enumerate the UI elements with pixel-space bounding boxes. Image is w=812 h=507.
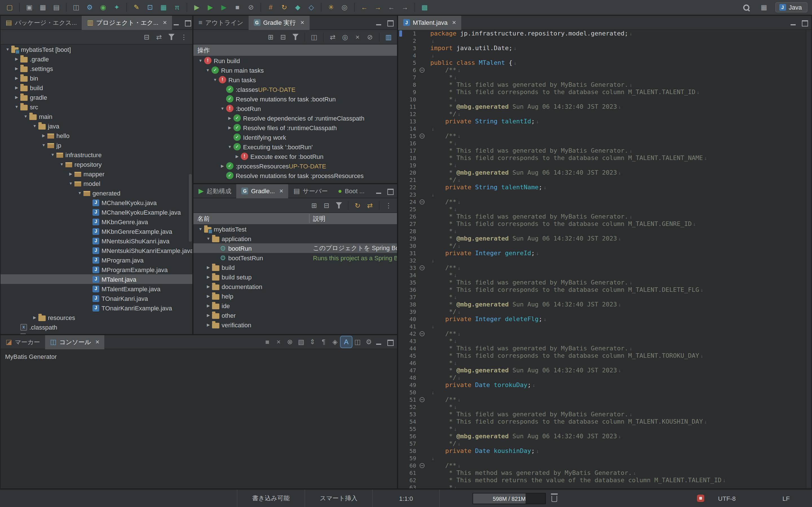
chevron-right-icon[interactable]: ▶ bbox=[205, 313, 212, 318]
new-server-icon[interactable]: ✦ bbox=[110, 1, 123, 13]
chevron-right-icon[interactable]: ▶ bbox=[226, 125, 234, 130]
chevron-down-icon[interactable]: ▼ bbox=[219, 107, 226, 110]
tab-gradle-executions[interactable]: GGradle 実行× bbox=[248, 15, 309, 30]
task-row-boottestrun[interactable]: ⚙bootTestRunRuns this project as a Sprin… bbox=[193, 253, 397, 263]
chevron-down-icon[interactable]: ▼ bbox=[40, 143, 47, 147]
task-row-build[interactable]: ▶build bbox=[193, 263, 397, 272]
perspective-java-button[interactable]: J Java bbox=[775, 2, 808, 12]
show-console-icon[interactable]: ◫ bbox=[308, 31, 320, 43]
minimize-icon[interactable] bbox=[172, 18, 181, 27]
close-icon[interactable]: × bbox=[163, 18, 167, 26]
remove-all-terminated-icon[interactable]: ⊗ bbox=[284, 336, 296, 348]
tab-servers[interactable]: ▤サーバー bbox=[289, 184, 333, 198]
exec-item-run-tasks[interactable]: ▼!Run tasks bbox=[193, 75, 397, 84]
collapse-all-icon[interactable]: ⊟ bbox=[277, 31, 289, 43]
tree-item-gradle[interactable]: ▶gradle bbox=[1, 93, 192, 102]
tree-item-build[interactable]: ▶build bbox=[1, 83, 192, 93]
tree-item-mtalent-java[interactable]: JMTalent.java bbox=[1, 274, 192, 284]
profile-icon[interactable]: ▶ bbox=[218, 1, 230, 13]
tree-item-generated[interactable]: ▼generated bbox=[1, 188, 192, 198]
chevron-down-icon[interactable]: ▼ bbox=[226, 145, 234, 149]
chevron-right-icon[interactable]: ▶ bbox=[40, 133, 47, 138]
chevron-down-icon[interactable]: ▼ bbox=[13, 105, 20, 109]
back-icon[interactable]: ← bbox=[358, 1, 370, 13]
new-class-icon[interactable]: ◆ bbox=[292, 1, 304, 13]
tree-item-classpath[interactable]: x.classpath bbox=[1, 322, 192, 332]
tree-item-resources[interactable]: ▶resources bbox=[1, 313, 192, 322]
exec-item-identifying-work[interactable]: ✓Identifying work bbox=[193, 132, 397, 142]
collapse-all-icon[interactable]: ⊟ bbox=[141, 31, 152, 43]
clear-console-icon[interactable]: ▧ bbox=[296, 336, 307, 348]
exec-item-execute-exec-for-bootrun[interactable]: ▶!Execute exec for :bootRun bbox=[193, 152, 397, 161]
forward-icon[interactable]: → bbox=[371, 1, 384, 13]
scroll-lock-icon[interactable]: ⇕ bbox=[307, 336, 318, 348]
chevron-down-icon[interactable]: ▼ bbox=[204, 68, 211, 72]
expand-all-icon[interactable]: ⊞ bbox=[308, 200, 320, 211]
open-perspective-icon[interactable]: ▦ bbox=[758, 1, 770, 13]
tree-item-infrastructure[interactable]: ▼infrastructure bbox=[1, 150, 192, 159]
fold-gutter[interactable] bbox=[418, 30, 426, 489]
filters-icon[interactable] bbox=[290, 31, 301, 43]
tab-boot-dashboard[interactable]: ●Boot ... bbox=[333, 184, 370, 198]
tree-item-tonairkanri-java[interactable]: JTOnairKanri.java bbox=[1, 293, 192, 303]
chevron-down-icon[interactable]: ▼ bbox=[58, 162, 65, 166]
task-row-ide[interactable]: ▶ide bbox=[193, 301, 397, 311]
locate-task-icon[interactable]: ◎ bbox=[340, 31, 351, 43]
chevron-right-icon[interactable]: ▶ bbox=[205, 275, 212, 279]
chevron-down-icon[interactable]: ▼ bbox=[67, 181, 74, 185]
overview-ruler[interactable] bbox=[806, 30, 811, 489]
chevron-right-icon[interactable]: ▶ bbox=[31, 315, 38, 320]
tab-launch-config[interactable]: ▶起動構成 bbox=[193, 184, 236, 198]
run-icon[interactable]: ▶ bbox=[204, 1, 216, 13]
chevron-down-icon[interactable]: ▼ bbox=[205, 237, 212, 240]
table-view-icon[interactable]: ▦ bbox=[157, 1, 170, 13]
expand-all-icon[interactable]: ⊞ bbox=[265, 31, 276, 43]
chevron-down-icon[interactable]: ▼ bbox=[4, 47, 11, 51]
cancel-build-icon[interactable]: × bbox=[352, 31, 363, 43]
external-tools-icon[interactable]: ✳ bbox=[325, 1, 337, 13]
new-wizard-icon[interactable]: ▢ bbox=[3, 1, 16, 13]
chevron-right-icon[interactable]: ▶ bbox=[67, 172, 74, 176]
task-row-mybatistest[interactable]: ▼mybatisTest bbox=[193, 224, 397, 234]
tree-item-model[interactable]: ▼model bbox=[1, 179, 192, 188]
minimize-icon[interactable] bbox=[374, 18, 383, 27]
stop-icon[interactable]: ■ bbox=[231, 1, 244, 13]
exec-item-classes[interactable]: ✓:classes UP-TO-DATE bbox=[193, 84, 397, 94]
close-icon[interactable]: × bbox=[300, 18, 304, 26]
toggle-layout-icon[interactable]: ▥ bbox=[383, 31, 394, 43]
link-with-selection-icon[interactable]: ⇄ bbox=[364, 200, 375, 211]
filters-icon[interactable] bbox=[333, 200, 345, 211]
tree-item-mchanelkyoku-java[interactable]: JMChanelKyoku.java bbox=[1, 198, 192, 207]
chevron-right-icon[interactable]: ▶ bbox=[13, 76, 20, 80]
tab-console[interactable]: ◫コンソール× bbox=[45, 335, 105, 349]
fold-collapse-icon[interactable] bbox=[419, 331, 424, 336]
chevron-down-icon[interactable]: ▼ bbox=[76, 191, 84, 195]
search-workspace-icon[interactable]: ◎ bbox=[338, 1, 351, 13]
search-icon[interactable] bbox=[741, 1, 753, 13]
gc-trash-icon[interactable] bbox=[552, 496, 557, 502]
chevron-down-icon[interactable]: ▼ bbox=[197, 59, 204, 62]
minimize-icon[interactable] bbox=[789, 18, 797, 27]
open-console-icon[interactable]: ◫ bbox=[352, 336, 363, 348]
coverage-icon[interactable]: ✎ bbox=[130, 1, 143, 13]
maximize-icon[interactable] bbox=[386, 18, 394, 27]
tab-gradle-tasks[interactable]: GGradle...× bbox=[236, 184, 288, 198]
new-java-project-icon[interactable]: # bbox=[264, 1, 277, 13]
tree-item-java[interactable]: ▼java bbox=[1, 121, 192, 131]
chevron-down-icon[interactable]: ▼ bbox=[197, 227, 204, 231]
tree-item-gitignore[interactable]: .gitignore bbox=[1, 332, 192, 334]
save-icon[interactable]: ▣ bbox=[23, 1, 36, 13]
tree-item-mkbngenre-java[interactable]: JMKbnGenre.java bbox=[1, 217, 192, 226]
chevron-right-icon[interactable]: ▶ bbox=[234, 154, 241, 159]
chevron-right-icon[interactable]: ▶ bbox=[205, 323, 212, 327]
plugin-status-icon[interactable] bbox=[697, 495, 704, 502]
minimize-icon[interactable] bbox=[374, 187, 383, 195]
screenshot-tool-icon[interactable]: ▩ bbox=[418, 1, 431, 13]
terminate-icon[interactable]: ■ bbox=[262, 336, 273, 348]
tree-item-mnentsukishukanri-java[interactable]: JMNentsukiShuKanri.java bbox=[1, 236, 192, 245]
tree-item-jp[interactable]: ▼jp bbox=[1, 140, 192, 150]
tree-item-main[interactable]: ▼main bbox=[1, 112, 192, 121]
boot-dashboard-icon[interactable]: ◉ bbox=[97, 1, 109, 13]
fold-collapse-icon[interactable] bbox=[419, 133, 424, 138]
fold-collapse-icon[interactable] bbox=[419, 265, 424, 270]
